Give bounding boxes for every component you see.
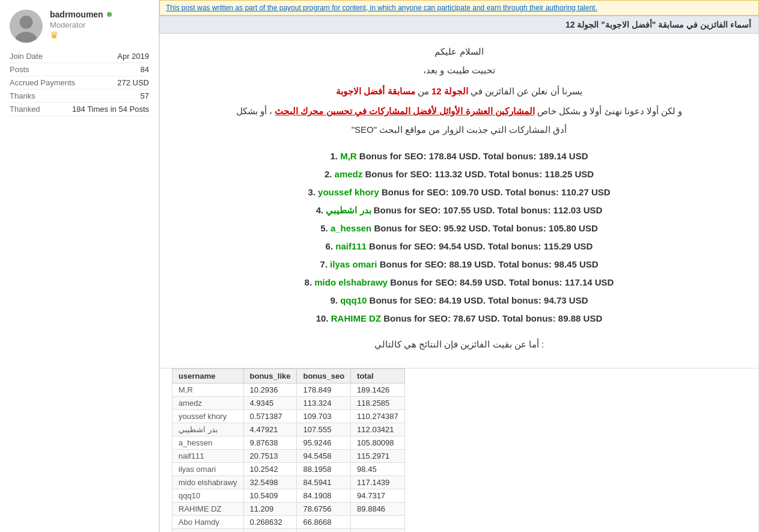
table-cell: youssef khory (172, 410, 244, 423)
page-wrapper: badrmoumen Moderator ♛ Join Date Apr 201… (0, 0, 759, 532)
table-row: ilyas omari10.254288.195898.45 (172, 463, 405, 476)
greeting2-line: تحبيت طيبت و بعد، (172, 62, 746, 78)
winner-name-9: qqq10 (340, 295, 367, 305)
winner-row-6: 6. naif111 Bonus for SEO: 94.54 USD. Tot… (172, 237, 746, 255)
table-cell: naif111 (172, 450, 244, 463)
col-username: username (172, 369, 244, 384)
winner-row-9: 9. qqq10 Bonus for SEO: 84.19 USD. Total… (172, 292, 746, 310)
table-cell: 107.555 (297, 423, 351, 436)
results-table: username bonus_like bonus_seo total M,R1… (172, 368, 405, 532)
winner-row-10: 10. RAHIME DZ Bonus for SEO: 78.67 USD. … (172, 310, 746, 328)
table-cell: 84.1908 (297, 489, 351, 503)
sub-line2: أدق المشاركات التي جذبت الزوار من مواقع … (172, 121, 746, 138)
winner-name-10: RAHIME DZ (331, 313, 381, 323)
winner-row-3: 3. youssef khory Bonus for SEO: 109.70 U… (172, 183, 746, 201)
table-cell: 32.5498 (243, 476, 297, 489)
table-header-row: username bonus_like bonus_seo total (172, 369, 405, 384)
table-cell: 109.703 (297, 410, 351, 423)
winner-row-8: 8. mido elshabrawy Bonus for SEO: 84.59 … (172, 274, 746, 292)
table-cell: 94.5458 (297, 450, 351, 463)
winner-name-5: a_hessen (331, 223, 371, 233)
table-cell: 115.2971 (351, 450, 405, 463)
table-cell: 189.1426 (351, 384, 405, 397)
username: badrmoumen (50, 10, 103, 19)
winner-row-4: 4. بدر اشطيبي Bonus for SEO: 107.55 USD.… (172, 201, 746, 219)
table-row: naif11120.751394.5458115.2971 (172, 450, 405, 463)
table-row: a_hessen9.8763895.9246105.80098 (172, 436, 405, 450)
crown-icon: ♛ (50, 30, 58, 40)
sub-line1: و لكن أولا دعونا نهنئ أولا و بشكل خاص ال… (172, 103, 746, 119)
table-cell: 117.1439 (351, 476, 405, 489)
username-row: badrmoumen (50, 10, 149, 19)
winner-name-6: naif111 (335, 241, 367, 251)
table-cell: 0.268632 (243, 516, 297, 529)
table-cell: 11.209 (243, 503, 297, 516)
thanks-label: Thanks (10, 91, 35, 100)
accrued-value: 272 USD (117, 78, 149, 87)
table-cell: a_hessen (172, 436, 244, 450)
col-total: total (351, 369, 405, 384)
table-cell: 98.45 (351, 463, 405, 476)
table-cell: Ayman Abdellatif (172, 529, 244, 533)
table-cell: Abo Hamdy (172, 516, 244, 529)
stat-row-accrued: Accrued Payments 272 USD (10, 76, 149, 90)
stat-row-thanks: Thanks 57 (10, 90, 149, 103)
winner-row-5: 5. a_hessen Bonus for SEO: 95.92 USD. To… (172, 219, 746, 237)
winner-row-1: 1. M,R Bonus for SEO: 178.84 USD. Total … (172, 147, 746, 165)
moderator-label: Moderator (50, 20, 149, 29)
thanks-value: 57 (141, 91, 149, 100)
table-cell: M,R (172, 384, 244, 397)
user-info: badrmoumen Moderator ♛ (50, 10, 149, 41)
winner-name-2: amedz (335, 169, 363, 179)
table-cell: 20.7513 (243, 450, 297, 463)
user-header: badrmoumen Moderator ♛ (10, 10, 149, 43)
round-number: 12 (431, 86, 442, 96)
user-stats: Join Date Apr 2019 Posts 84 Accrued Paym… (10, 50, 149, 116)
table-cell: 112.03421 (351, 423, 405, 436)
table-cell: 64.4187 (297, 529, 351, 533)
stat-row-thanked: Thanked 184 Times in 54 Posts (10, 103, 149, 116)
table-cell: qqq10 (172, 489, 244, 503)
winner-name-7: ilyas omari (330, 259, 377, 269)
winner-name-3: youssef khory (318, 187, 379, 197)
thanked-label: Thanked (10, 105, 40, 114)
winner-name-1: M,R (340, 151, 357, 161)
table-cell: 78.6756 (297, 503, 351, 516)
announcement-link[interactable]: This post was written as part of the pay… (166, 4, 597, 12)
remaining-label: : أما عن بقيت الفائزين فإن النتائج هي كا… (172, 336, 746, 352)
greeting-line: السلام عليكم (172, 43, 746, 60)
avatar (10, 10, 43, 43)
posts-value: 84 (141, 65, 149, 74)
stat-row-joindate: Join Date Apr 2019 (10, 50, 149, 63)
post-body: السلام عليكم تحبيت طيبت و بعد، يسرنا أن … (159, 34, 759, 368)
table-cell: 36.3768 (243, 529, 297, 533)
table-row: amedz4.9345113.324118.2585 (172, 397, 405, 410)
accrued-label: Accrued Payments (10, 78, 75, 87)
table-row: M,R10.2936178.849189.1426 (172, 384, 405, 397)
table-row: youssef khory0.571387109.703110.274387 (172, 410, 405, 423)
round-highlight: الجولة 12 (431, 86, 468, 96)
table-cell: 113.324 (297, 397, 351, 410)
table-cell: 110.274387 (351, 410, 405, 423)
table-row: qqq1010.540984.190894.7317 (172, 489, 405, 503)
table-cell: 89.8846 (351, 503, 405, 516)
table-row: mido elshabrawy32.549884.5941117.1439 (172, 476, 405, 489)
winner-name-4: بدر اشطيبي (326, 205, 371, 215)
table-cell: amedz (172, 397, 244, 410)
table-cell (351, 529, 405, 533)
post-header: أسماء الفائزين في مسابقة "أفضل الاجوبة" … (159, 16, 759, 34)
stat-row-posts: Posts 84 (10, 63, 149, 76)
table-cell: 0.571387 (243, 410, 297, 423)
join-date-label: Join Date (10, 52, 43, 61)
table-row: RAHIME DZ11.20978.675689.8846 (172, 503, 405, 516)
results-table-wrap: username bonus_like bonus_seo total M,R1… (159, 368, 759, 532)
table-cell: 88.1958 (297, 463, 351, 476)
col-bonus-like: bonus_like (243, 369, 297, 384)
table-cell: 9.87638 (243, 436, 297, 450)
table-cell: RAHIME DZ (172, 503, 244, 516)
table-cell (351, 516, 405, 529)
participants-highlight: المشاركين العشرة الأوائل لأفضل المشاركات… (275, 106, 534, 116)
table-cell: 4.9345 (243, 397, 297, 410)
table-cell: ilyas omari (172, 463, 244, 476)
table-cell: 94.7317 (351, 489, 405, 503)
